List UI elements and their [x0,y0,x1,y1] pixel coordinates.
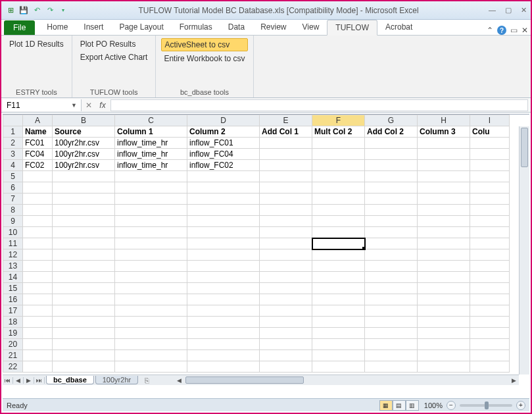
ribbon-tab-insert[interactable]: Insert [76,20,111,35]
cell[interactable]: inflow_FC01 [187,138,260,149]
cell[interactable] [470,182,510,194]
cell[interactable] [23,361,53,373]
cell[interactable] [53,249,115,261]
cell[interactable] [53,194,115,205]
cell[interactable] [260,182,312,194]
cell[interactable] [187,339,260,350]
cell[interactable] [470,317,510,328]
cell[interactable] [418,317,470,328]
cell[interactable] [470,227,510,238]
cell[interactable] [470,361,510,373]
cell[interactable] [23,350,53,361]
cell[interactable] [53,171,115,182]
cell[interactable] [23,317,53,328]
cell[interactable] [115,227,187,238]
row-header[interactable]: 1 [3,126,23,138]
cell[interactable] [53,272,115,283]
qat-dropdown-icon[interactable]: ▾ [58,5,68,16]
cell[interactable] [187,294,260,305]
cell[interactable] [312,227,365,238]
cell[interactable] [260,317,312,328]
cell[interactable]: 100yr2hr.csv [53,160,115,171]
cell[interactable] [365,272,418,283]
cell[interactable] [418,361,470,373]
cell[interactable]: Source [53,126,115,138]
cell[interactable] [187,361,260,373]
cell[interactable] [187,272,260,283]
minimize-button[interactable]: ― [489,6,496,14]
maximize-button[interactable]: ▢ [505,6,512,14]
undo-icon[interactable]: ↶ [32,5,42,16]
cell[interactable] [418,283,470,294]
cell[interactable] [53,261,115,272]
cell[interactable] [365,160,418,171]
cell[interactable] [365,227,418,238]
cell[interactable] [115,171,187,182]
select-all-corner[interactable] [3,115,23,126]
cell[interactable] [260,216,312,227]
cell[interactable] [312,182,365,194]
column-header[interactable]: G [365,115,418,126]
window-restore-icon[interactable]: ▭ [510,26,518,35]
cell[interactable] [365,361,418,373]
hscroll-right-icon[interactable]: ▶ [508,377,519,384]
cell[interactable] [187,249,260,261]
hscroll-left-icon[interactable]: ◀ [174,377,184,384]
cell[interactable]: FC01 [23,138,53,149]
cell[interactable] [260,283,312,294]
cell[interactable] [365,205,418,216]
cell[interactable] [312,261,365,272]
cell[interactable]: inflow_time_hr [115,160,187,171]
cell[interactable] [187,171,260,182]
cell[interactable] [115,361,187,373]
sheet-nav-last-icon[interactable]: ⏭ [34,377,45,384]
cell[interactable] [187,182,260,194]
cell[interactable] [23,182,53,194]
cell[interactable] [115,283,187,294]
cell[interactable] [470,249,510,261]
cell[interactable] [260,227,312,238]
cell[interactable] [23,272,53,283]
cell[interactable] [365,138,418,149]
cell[interactable] [418,182,470,194]
row-header[interactable]: 18 [3,317,23,328]
cell[interactable] [312,283,365,294]
row-header[interactable]: 11 [3,238,23,249]
cell[interactable] [470,138,510,149]
cell[interactable] [260,205,312,216]
cell[interactable]: FC04 [23,149,53,160]
cell[interactable] [470,272,510,283]
cell[interactable] [23,216,53,227]
cell[interactable] [23,328,53,339]
ribbon-tab-review[interactable]: Review [253,20,294,35]
cell[interactable] [312,294,365,305]
cell[interactable] [260,350,312,361]
cell[interactable] [187,283,260,294]
cell[interactable]: inflow_FC02 [187,160,260,171]
cell[interactable] [187,194,260,205]
cell[interactable] [365,350,418,361]
cell[interactable] [365,249,418,261]
cell[interactable] [23,283,53,294]
cell[interactable] [470,305,510,317]
cell[interactable] [187,227,260,238]
cell[interactable] [312,317,365,328]
cell[interactable] [470,171,510,182]
cell[interactable] [187,205,260,216]
cell[interactable] [418,339,470,350]
cell[interactable] [418,194,470,205]
cell[interactable] [53,350,115,361]
cell[interactable] [115,182,187,194]
help-icon[interactable]: ? [497,26,506,35]
cell[interactable] [187,238,260,249]
cell[interactable] [365,194,418,205]
horizontal-scroll-thumb[interactable] [185,376,304,384]
cell[interactable] [53,182,115,194]
cell[interactable] [115,317,187,328]
row-header[interactable]: 6 [3,182,23,194]
cell[interactable] [365,238,418,249]
cell[interactable] [23,261,53,272]
cell[interactable] [470,205,510,216]
ribbon-command[interactable]: Export Active Chart [78,51,151,63]
cell[interactable] [53,317,115,328]
